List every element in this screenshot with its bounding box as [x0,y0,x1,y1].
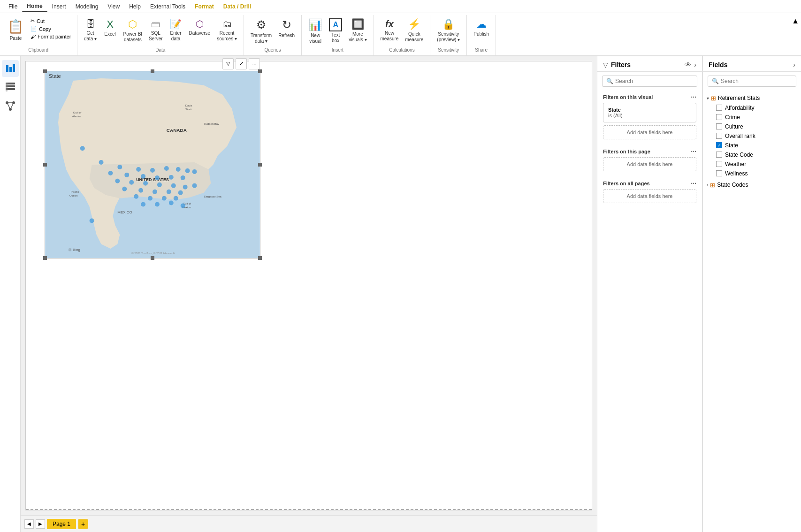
dot-ak [80,146,85,151]
clipboard-label: Clipboard [4,46,73,53]
fields-panel: Fields › 🔍 ▾ ⊞ Retirement Stats Affordab… [702,56,801,532]
resize-handle-tl[interactable] [43,69,47,73]
field-state-code[interactable]: State Code [703,150,801,160]
resize-handle-rm[interactable] [258,163,262,167]
field-affordability[interactable]: Affordability [703,103,801,113]
field-culture[interactable]: Culture [703,122,801,131]
filters-all-pages-more-btn[interactable]: ··· [691,180,696,187]
page-1-tab[interactable]: Page 1 [47,519,76,529]
copy-button[interactable]: 📄 Copy [29,25,73,33]
visual-more-btn[interactable]: ··· [249,58,260,69]
page-prev-btn[interactable]: ◀ [24,519,34,529]
field-crime[interactable]: Crime [703,113,801,122]
text-box-button[interactable]: A Textbox [326,17,345,45]
filters-eye-icon[interactable]: 👁 [685,61,691,68]
field-overall-rank[interactable]: Overall rank [703,131,801,141]
resize-handle-bl[interactable] [43,256,47,260]
refresh-button[interactable]: ↻ Refresh [275,17,298,40]
resize-handle-br[interactable] [258,256,262,260]
resize-handle-bm[interactable] [151,256,154,260]
menu-file[interactable]: File [4,1,22,12]
filters-visual-add-fields[interactable]: Add data fields here [603,125,696,139]
checkbox-wellness[interactable] [716,170,722,176]
filters-search-box[interactable]: 🔍 [602,76,697,87]
resize-handle-tr[interactable] [258,69,262,73]
more-visuals-icon: 🔲 [351,18,364,30]
tree-group-header-state-codes[interactable]: › ⊞ State Codes [703,180,801,190]
filters-all-pages-add-fields[interactable]: Add data fields here [603,189,696,203]
sidebar-report-icon[interactable] [2,60,19,77]
more-visuals-button[interactable]: 🔲 Morevisuals ▾ [346,17,369,44]
checkbox-overall-rank[interactable] [716,133,722,139]
checkbox-state[interactable]: ✓ [716,142,722,148]
checkbox-state-code[interactable] [716,152,722,158]
excel-button[interactable]: X Excel [101,17,120,38]
visual-filter-btn[interactable]: ▽ [222,58,234,69]
menu-home[interactable]: Home [22,1,47,12]
sidebar-data-icon[interactable] [2,79,19,96]
checkbox-crime[interactable] [716,114,722,120]
sensitivity-button[interactable]: 🔒 Sensitivity(preview) ▾ [434,17,463,44]
fields-expand-icon[interactable]: › [793,61,795,68]
enter-data-button[interactable]: 📝 Enterdata [167,17,185,43]
ribbon-collapse-button[interactable]: ▲ [792,17,799,25]
queries-label: Queries [248,46,298,53]
dot-ks [138,188,143,193]
quick-measure-button[interactable]: ⚡ Quickmeasure [402,17,426,44]
get-data-button[interactable]: 🗄 Getdata ▾ [81,17,100,43]
visual-container[interactable]: ▽ ⤢ ··· State CANADA UNITED [45,71,260,258]
chevron-down-icon: ▾ [707,96,709,101]
menu-insert[interactable]: Insert [47,1,71,12]
checkbox-affordability[interactable] [716,105,722,111]
filters-forward-icon[interactable]: › [694,61,696,68]
new-visual-button[interactable]: 📊 Newvisual [305,17,325,46]
filters-page-add-fields[interactable]: Add data fields here [603,157,696,171]
format-painter-button[interactable]: 🖌 Format painter [29,33,73,40]
field-label-state-code: State Code [725,152,753,158]
fields-search-input[interactable] [721,78,792,84]
publish-button[interactable]: ☁ Publish [471,17,492,38]
transform-data-button[interactable]: ⚙ Transformdata ▾ [248,17,275,46]
field-state[interactable]: ✓ State [703,141,801,150]
field-weather[interactable]: Weather [703,160,801,169]
power-bi-datasets-button[interactable]: ⬡ Power BIdatasets [121,17,145,44]
paste-button[interactable]: 📋 Paste [4,17,28,43]
resize-handle-tm[interactable] [151,69,154,73]
checkbox-weather[interactable] [716,161,722,167]
dataverse-button[interactable]: ⬡ Dataverse [186,17,214,38]
canada-label: CANADA [167,128,187,133]
menu-data-drill[interactable]: Data / Drill [219,1,256,12]
dot-mt [117,165,122,169]
power-bi-icon: ⬡ [128,18,137,30]
tree-group-header-retirement-stats[interactable]: ▾ ⊞ Retirement Stats [703,93,801,103]
cut-button[interactable]: ✂ Cut [29,17,73,25]
menu-view[interactable]: View [103,1,124,12]
fields-search-box[interactable]: 🔍 [708,76,796,87]
ribbon-group-clipboard: 📋 Paste ✂ Cut 📄 Copy 🖌 Format painter Cl… [0,15,77,55]
visual-focus-btn[interactable]: ⤢ [236,58,247,69]
menu-format[interactable]: Format [190,1,219,12]
quick-measure-icon: ⚡ [408,18,420,30]
menu-modeling[interactable]: Modeling [71,1,103,12]
dot-ky [171,183,176,188]
checkbox-culture[interactable] [716,123,722,129]
filter-card-state[interactable]: State is (All) [603,103,696,122]
recent-sources-button[interactable]: 🗂 Recentsources ▾ [214,17,240,43]
resize-handle-lm[interactable] [43,163,47,167]
filters-page-more-btn[interactable]: ··· [691,148,696,155]
add-page-btn[interactable]: + [78,519,88,529]
menu-help[interactable]: Help [124,1,145,12]
menu-external-tools[interactable]: External Tools [145,1,190,12]
insert-label: Insert [305,46,369,53]
sidebar-model-icon[interactable] [2,98,19,114]
sql-server-button[interactable]: 🗃 SQLServer [146,17,165,43]
filters-visual-more-btn[interactable]: ··· [691,93,696,101]
field-wellness[interactable]: Wellness [703,169,801,178]
dot-va [183,185,188,190]
filters-search-input[interactable] [615,78,693,84]
page-next-btn[interactable]: ▶ [36,519,45,529]
ribbon-group-queries: ⚙ Transformdata ▾ ↻ Refresh Queries [244,15,302,55]
new-measure-button[interactable]: fx Newmeasure [378,17,402,43]
new-visual-icon: 📊 [308,18,322,32]
calculations-items: fx Newmeasure ⚡ Quickmeasure [378,17,427,46]
